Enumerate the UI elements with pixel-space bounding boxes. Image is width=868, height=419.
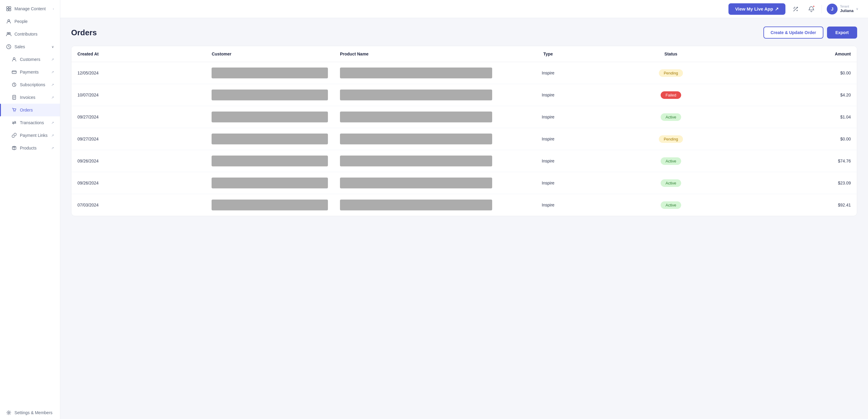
view-live-app-label: View My Live App xyxy=(735,6,773,11)
sidebar-item-contributors[interactable]: Contributors xyxy=(0,28,60,40)
topbar-divider xyxy=(822,5,822,13)
col-customer: Customer xyxy=(206,46,334,62)
orders-icon xyxy=(11,107,17,113)
payments-icon xyxy=(11,69,17,75)
external-link-icon-payment-links: ↗ xyxy=(51,133,54,138)
cell-product-name xyxy=(334,84,498,106)
sidebar-item-transactions[interactable]: Transactions ↗ xyxy=(0,116,60,129)
table-row[interactable]: 12/05/2024 Inspire Pending $0.00 xyxy=(71,62,857,84)
cell-status: Pending xyxy=(598,128,744,150)
sidebar-item-payments-label: Payments xyxy=(20,70,38,74)
status-badge: Failed xyxy=(661,91,681,99)
table-row[interactable]: 09/27/2024 Inspire Pending $0.00 xyxy=(71,128,857,150)
cell-amount: $74.76 xyxy=(744,150,857,172)
sidebar-item-payment-links-label: Payment Links xyxy=(20,133,48,138)
user-info: Tenant Juliana xyxy=(840,5,854,13)
subscriptions-icon xyxy=(11,82,17,87)
cell-status: Active xyxy=(598,194,744,216)
cell-type: Inspire xyxy=(498,84,598,106)
user-menu[interactable]: J Tenant Juliana ∨ xyxy=(827,4,858,14)
sidebar-item-payment-links[interactable]: Payment Links ↗ xyxy=(0,129,60,142)
content-area: Orders Create & Update Order Export Crea… xyxy=(60,18,868,419)
cell-amount: $0.00 xyxy=(744,62,857,84)
magic-wand-button[interactable] xyxy=(790,4,801,14)
transactions-icon xyxy=(11,120,17,125)
cell-created-at: 07/03/2024 xyxy=(71,194,206,216)
tenant-label: Tenant xyxy=(840,5,854,8)
sidebar-item-products[interactable]: Products ↗ xyxy=(0,142,60,154)
sidebar-item-products-label: Products xyxy=(20,146,36,150)
col-status: Status xyxy=(598,46,744,62)
cell-status: Active xyxy=(598,150,744,172)
cell-created-at: 09/26/2024 xyxy=(71,150,206,172)
svg-rect-1 xyxy=(9,7,11,8)
cell-status: Pending xyxy=(598,62,744,84)
view-live-app-button[interactable]: View My Live App ↗ xyxy=(728,3,785,15)
header-actions: Create & Update Order Export xyxy=(764,27,857,38)
sidebar-item-people-label: People xyxy=(14,19,28,24)
cell-amount: $92.41 xyxy=(744,194,857,216)
sidebar-item-payments[interactable]: Payments ↗ xyxy=(0,66,60,79)
sidebar-item-customers[interactable]: Customers ↗ xyxy=(0,53,60,66)
contributors-icon xyxy=(6,31,11,37)
external-link-icon-products: ↗ xyxy=(51,146,54,150)
cell-type: Inspire xyxy=(498,194,598,216)
table-row[interactable]: 07/03/2024 Inspire Active $92.41 xyxy=(71,194,857,216)
export-button[interactable]: Export xyxy=(827,27,857,38)
cell-product-name xyxy=(334,62,498,84)
invoices-icon xyxy=(11,95,17,100)
table-header-row: Created At Customer Product Name Type St… xyxy=(71,46,857,62)
settings-icon xyxy=(6,410,11,415)
sidebar-item-invoices[interactable]: Invoices ↗ xyxy=(0,91,60,104)
notifications-button[interactable] xyxy=(806,4,817,14)
cell-customer xyxy=(206,106,334,128)
payment-links-icon xyxy=(11,132,17,138)
svg-point-12 xyxy=(13,111,14,112)
table-row[interactable]: 09/26/2024 Inspire Active $23.09 xyxy=(71,172,857,194)
cell-created-at: 10/07/2024 xyxy=(71,84,206,106)
cell-status: Failed xyxy=(598,84,744,106)
svg-rect-0 xyxy=(7,7,8,8)
sidebar-item-people[interactable]: People xyxy=(0,15,60,28)
notification-dot xyxy=(812,5,815,7)
sidebar-item-subscriptions-label: Subscriptions xyxy=(20,82,45,87)
sidebar-item-subscriptions[interactable]: Subscriptions ↗ xyxy=(0,79,60,91)
svg-point-13 xyxy=(15,111,16,112)
user-menu-chevron: ∨ xyxy=(856,7,858,11)
cell-customer xyxy=(206,172,334,194)
table-row[interactable]: 09/26/2024 Inspire Active $74.76 xyxy=(71,150,857,172)
external-link-icon-customers: ↗ xyxy=(51,58,54,61)
customers-icon xyxy=(11,57,17,62)
status-badge: Pending xyxy=(659,69,683,77)
sidebar-item-invoices-label: Invoices xyxy=(20,95,35,100)
page-title: Orders xyxy=(71,28,97,37)
sidebar-item-manage-content[interactable]: Manage Content › xyxy=(0,2,60,15)
table-row[interactable]: 10/07/2024 Inspire Failed $4.20 xyxy=(71,84,857,106)
people-icon xyxy=(6,19,11,24)
cell-customer xyxy=(206,128,334,150)
sidebar-item-orders[interactable]: Orders xyxy=(0,104,60,116)
svg-point-4 xyxy=(8,20,10,21)
create-update-order-button[interactable]: Create & Update Order xyxy=(764,27,824,38)
svg-point-5 xyxy=(7,33,9,34)
sidebar-item-sales[interactable]: Sales ∨ xyxy=(0,40,60,53)
sidebar-item-settings[interactable]: Settings & Members xyxy=(0,406,60,419)
status-badge: Active xyxy=(661,201,681,209)
magic-wand-icon xyxy=(793,6,799,12)
status-badge: Active xyxy=(661,179,681,187)
orders-table-card: Created At Customer Product Name Type St… xyxy=(71,46,857,216)
table-row[interactable]: 09/27/2024 Inspire Active $1.04 xyxy=(71,106,857,128)
external-link-icon-payments: ↗ xyxy=(51,70,54,74)
cell-product-name xyxy=(334,150,498,172)
cell-amount: $1.04 xyxy=(744,106,857,128)
cell-customer xyxy=(206,62,334,84)
user-name: Juliana xyxy=(840,8,854,13)
status-badge: Active xyxy=(661,113,681,121)
products-icon xyxy=(11,145,17,151)
col-product-name: Product Name xyxy=(334,46,498,62)
sidebar-item-sales-label: Sales xyxy=(14,44,25,49)
svg-point-8 xyxy=(13,58,15,59)
external-link-icon-transactions: ↗ xyxy=(51,121,54,125)
manage-content-icon xyxy=(6,6,11,11)
sidebar-item-settings-label: Settings & Members xyxy=(14,410,53,415)
